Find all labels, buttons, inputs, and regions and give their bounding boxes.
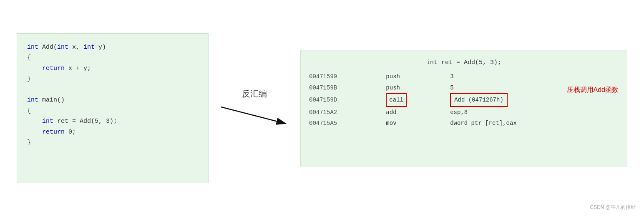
code-line-4: } (27, 74, 198, 84)
arrow-area: 反汇编 (209, 88, 300, 128)
asm-addr-0: 00471599 (309, 71, 382, 82)
keyword-int-5: int (42, 118, 53, 125)
asm-row-4: 004715A5 mov dword ptr [ret],eax (309, 118, 619, 129)
code-line-8: int ret = Add(5, 3); (27, 116, 198, 127)
keyword-int-2: int (57, 44, 68, 51)
code-line-6: int main() (27, 95, 198, 106)
keyword-int-1: int (27, 44, 38, 51)
code-line-2: { (27, 52, 198, 63)
keyword-return-2: return (42, 129, 65, 136)
asm-op-4: mov (382, 118, 447, 129)
svg-line-1 (221, 107, 286, 124)
asm-operand-3: esp,8 (447, 107, 619, 118)
asm-table: 00471599 push 3 0047159B push 5 0047159D… (309, 71, 619, 129)
code-line-9: return 0; (27, 127, 198, 138)
code-line-5 (27, 84, 198, 95)
code-line-3: return x + y; (27, 63, 198, 74)
asm-addr-1: 0047159B (309, 82, 382, 94)
left-code-box: int Add(int x, int y) { return x + y; } … (17, 33, 209, 183)
code-line-1: int Add(int x, int y) (27, 42, 198, 53)
keyword-return-1: return (42, 65, 65, 72)
asm-row-3: 004715A2 add esp,8 (309, 107, 619, 118)
code-line-10: } (27, 137, 198, 148)
asm-header: int ret = Add(5, 3); (309, 57, 619, 69)
call-operand-box: Add (0471267h) (450, 93, 508, 107)
right-asm-box: int ret = Add(5, 3); 00471599 push 3 004… (300, 50, 627, 166)
asm-addr-3: 004715A2 (309, 107, 382, 118)
asm-addr-4: 004715A5 (309, 118, 382, 129)
main-container: int Add(int x, int y) { return x + y; } … (0, 0, 644, 216)
asm-operand-4: dword ptr [ret],eax (447, 118, 619, 129)
asm-op-0: push (382, 71, 447, 82)
keyword-int-3: int (83, 44, 95, 51)
annotation-red: 压栈调用Add函数 (567, 84, 619, 96)
asm-op-2: call (382, 93, 447, 107)
asm-op-1: push (382, 82, 447, 94)
asm-addr-2: 0047159D (309, 93, 382, 107)
code-line-7: { (27, 106, 198, 117)
keyword-int-4: int (27, 97, 38, 104)
asm-operand-0: 3 (447, 71, 619, 82)
asm-header-text: int ret = Add(5, 3); (426, 59, 501, 66)
arrow-label: 反汇编 (242, 88, 267, 99)
arrow-icon (217, 103, 292, 128)
asm-op-3: add (382, 107, 447, 118)
watermark: CSDN @平凡的指针 (590, 204, 636, 211)
call-box: call (386, 93, 407, 107)
asm-row-0: 00471599 push 3 (309, 71, 619, 82)
